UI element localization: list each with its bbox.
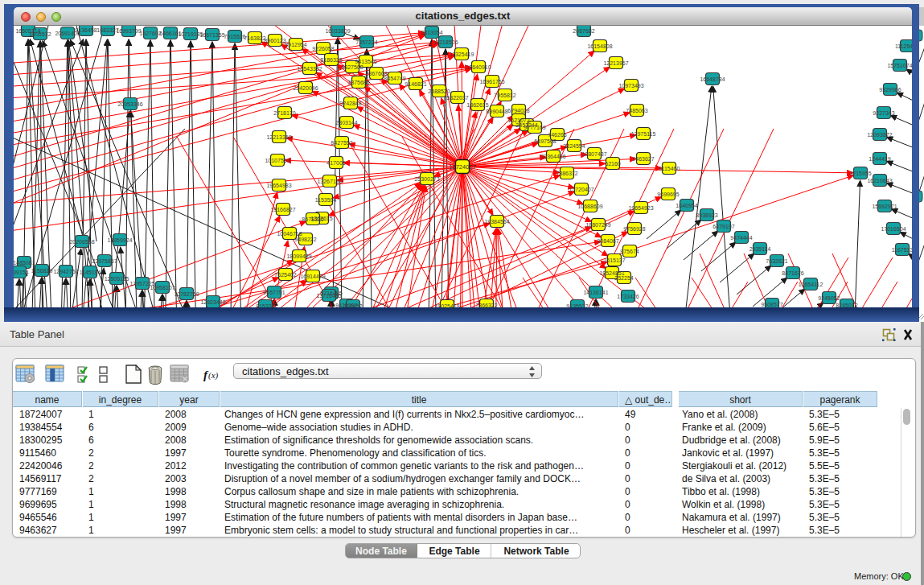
svg-text:939154: 939154: [14, 270, 29, 275]
svg-text:7366322: 7366322: [475, 303, 497, 308]
svg-text:9498222: 9498222: [294, 237, 316, 242]
svg-text:6497568: 6497568: [534, 138, 556, 144]
svg-text:1156829: 1156829: [31, 268, 53, 274]
svg-text:746266: 746266: [548, 132, 566, 138]
svg-text:9756928: 9756928: [623, 226, 645, 232]
svg-text:8813054: 8813054: [421, 30, 442, 35]
svg-text:16671355: 16671355: [199, 32, 224, 38]
svg-text:25300273: 25300273: [414, 176, 439, 182]
svg-text:17016504: 17016504: [881, 226, 906, 232]
svg-text:9657791: 9657791: [263, 290, 285, 295]
svg-text:9508577: 9508577: [761, 302, 782, 307]
svg-text:252254: 252254: [614, 275, 633, 281]
svg-text:975674: 975674: [620, 249, 639, 254]
svg-text:8454749: 8454749: [384, 76, 405, 81]
svg-text:9226058: 9226058: [312, 46, 334, 51]
svg-text:10807487: 10807487: [581, 151, 606, 157]
svg-text:(x): (x): [208, 370, 219, 381]
svg-text:19166827: 19166827: [270, 207, 295, 212]
svg-text:10654112: 10654112: [799, 282, 823, 287]
svg-text:12923448: 12923448: [200, 299, 225, 305]
svg-text:16914479: 16914479: [300, 274, 325, 279]
svg-text:9413546: 9413546: [355, 59, 376, 64]
svg-text:12942757: 12942757: [53, 269, 78, 274]
svg-text:9115460: 9115460: [659, 166, 680, 171]
svg-text:1733426: 1733426: [617, 294, 639, 299]
svg-text:7386372: 7386372: [556, 171, 577, 176]
svg-text:9699695: 9699695: [657, 192, 679, 197]
svg-text:8938923: 8938923: [696, 212, 717, 218]
svg-text:9242848: 9242848: [339, 101, 361, 106]
svg-text:8186328: 8186328: [320, 57, 342, 63]
svg-text:1405572: 1405572: [29, 31, 51, 37]
svg-text:18724007: 18724007: [449, 163, 475, 171]
svg-text:16993799: 16993799: [116, 28, 141, 34]
svg-text:7357224: 7357224: [355, 39, 377, 45]
svg-text:9135532: 9135532: [566, 303, 588, 308]
svg-text:18640910: 18640910: [466, 64, 491, 70]
svg-text:1640954: 1640954: [676, 203, 697, 208]
svg-text:17959924: 17959924: [107, 237, 132, 243]
svg-text:19384554: 19384554: [484, 219, 509, 225]
svg-text:6794028: 6794028: [507, 108, 529, 113]
svg-text:8960123: 8960123: [264, 38, 285, 43]
svg-text:16961755: 16961755: [479, 79, 504, 84]
svg-text:1362615: 1362615: [466, 102, 488, 108]
svg-text:22420046: 22420046: [293, 85, 318, 91]
svg-text:62160: 62160: [605, 161, 621, 167]
svg-text:13267130: 13267130: [317, 179, 342, 184]
svg-text:10688609: 10688609: [577, 204, 602, 209]
svg-text:2935114: 2935114: [749, 246, 771, 252]
svg-text:9227343: 9227343: [873, 110, 894, 116]
svg-text:10973493: 10973493: [618, 83, 643, 89]
svg-text:23975867: 23975867: [92, 258, 117, 264]
svg-text:10107553: 10107553: [265, 158, 290, 163]
svg-text:10025418: 10025418: [434, 303, 459, 308]
svg-text:7625402: 7625402: [274, 272, 296, 278]
svg-text:10543382: 10543382: [297, 66, 322, 72]
svg-text:10782759: 10782759: [174, 291, 199, 297]
svg-text:2588520: 2588520: [428, 89, 450, 94]
svg-text:8912954: 8912954: [285, 42, 306, 47]
svg-text:15751074: 15751074: [887, 63, 912, 68]
svg-text:9474444: 9474444: [730, 235, 752, 241]
svg-text:18099489: 18099489: [286, 253, 311, 259]
svg-text:16210643: 16210643: [867, 178, 892, 183]
svg-text:10046718: 10046718: [277, 231, 302, 237]
svg-text:9327508: 9327508: [341, 64, 363, 70]
svg-text:3824554: 3824554: [563, 143, 585, 149]
svg-text:8471676: 8471676: [782, 270, 803, 276]
svg-text:15720407: 15720407: [569, 187, 593, 192]
svg-text:11325419: 11325419: [450, 51, 474, 57]
svg-text:1244419: 1244419: [869, 156, 890, 162]
svg-text:16033809: 16033809: [325, 28, 350, 34]
svg-text:9245052: 9245052: [818, 295, 840, 301]
svg-text:6479197: 6479197: [713, 224, 734, 229]
svg-text:16154808: 16154808: [587, 43, 612, 49]
svg-text:12093872: 12093872: [867, 132, 892, 138]
svg-text:915334: 915334: [256, 303, 274, 308]
svg-text:12975115: 12975115: [631, 131, 656, 137]
svg-text:9777169: 9777169: [524, 125, 545, 130]
svg-text:12213369: 12213369: [266, 134, 291, 140]
svg-text:15692971: 15692971: [872, 204, 897, 209]
svg-text:7485063: 7485063: [626, 108, 647, 113]
svg-text:7955812: 7955812: [494, 93, 515, 98]
svg-text:9463627: 9463627: [632, 156, 654, 162]
svg-text:1145194: 1145194: [80, 270, 101, 275]
svg-text:7163822: 7163822: [244, 35, 265, 41]
svg-text:7632621: 7632621: [766, 258, 787, 264]
svg-text:20364436: 20364436: [540, 154, 565, 159]
svg-text:2718170: 2718170: [273, 110, 295, 116]
svg-text:14136141: 14136141: [583, 290, 608, 295]
svg-text:9084067: 9084067: [597, 238, 618, 244]
svg-text:417006: 417006: [326, 160, 345, 166]
svg-text:1527602: 1527602: [139, 31, 161, 36]
svg-text:12505115: 12505115: [105, 276, 129, 282]
svg-text:12213967: 12213967: [603, 60, 628, 66]
svg-text:1485081: 1485081: [14, 260, 35, 266]
svg-text:8427552: 8427552: [331, 140, 352, 146]
svg-text:103452: 103452: [343, 303, 362, 308]
svg-text:8990448: 8990448: [486, 109, 507, 114]
svg-text:1615137: 1615137: [603, 257, 625, 263]
